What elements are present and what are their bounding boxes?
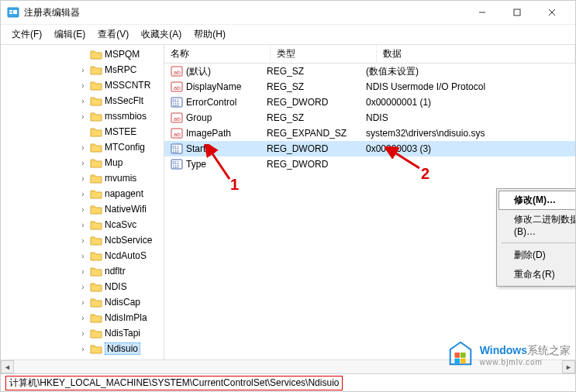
tree-item-label: MSSCNTR <box>105 80 150 91</box>
menu-bar: 文件(F) 编辑(E) 查看(V) 收藏夹(A) 帮助(H) <box>1 25 575 45</box>
tree-item[interactable]: ›ndfltr <box>1 263 164 279</box>
tree-item[interactable]: ›NativeWifi <box>1 201 164 217</box>
tree-item[interactable]: ›MTConfig <box>1 139 164 155</box>
tree-item-label: NdisImPla <box>105 312 147 323</box>
tree-item-label: Mup <box>105 157 122 168</box>
tree-item-label: MsSecFlt <box>105 95 143 106</box>
value-row[interactable]: abDisplayNameREG_SZNDIS Usermode I/O Pro… <box>164 79 575 95</box>
value-row[interactable]: abGroupREG_SZNDIS <box>164 110 575 126</box>
col-data[interactable]: 数据 <box>377 45 575 63</box>
tree-item[interactable]: ›NcaSvc <box>1 217 164 232</box>
window-title: 注册表编辑器 <box>24 6 464 19</box>
scroll-left[interactable]: ◄ <box>1 360 14 373</box>
tree-item-label: NdisTapi <box>105 328 140 339</box>
expand-caret-icon[interactable]: › <box>78 329 88 338</box>
value-name: ErrorControl <box>186 97 267 108</box>
expand-caret-icon[interactable]: › <box>78 190 88 198</box>
expand-caret-icon[interactable]: › <box>78 159 88 167</box>
tree-item-label: NDIS <box>105 281 127 292</box>
folder-icon <box>90 188 102 199</box>
menu-favorites[interactable]: 收藏夹(A) <box>135 26 188 43</box>
svg-text:110: 110 <box>173 102 180 107</box>
ctx-rename[interactable]: 重命名(R) <box>498 265 575 284</box>
value-name: (默认) <box>186 65 267 78</box>
expand-caret-icon[interactable]: › <box>78 174 88 183</box>
folder-icon <box>90 266 102 277</box>
value-name: Group <box>186 112 267 123</box>
tree-item[interactable]: ›NcdAutoS <box>1 248 164 263</box>
value-type: REG_DWORD <box>267 97 366 108</box>
tree-item[interactable]: ›NdisCap <box>1 294 164 310</box>
svg-rect-2 <box>9 12 12 14</box>
close-button[interactable] <box>534 2 569 23</box>
expand-caret-icon[interactable]: › <box>78 298 88 307</box>
svg-text:110: 110 <box>173 149 180 153</box>
value-row[interactable]: 011110TypeREG_DWORD <box>164 156 575 172</box>
svg-text:ab: ab <box>174 115 181 122</box>
ctx-modify-binary[interactable]: 修改二进制数据(B)… <box>498 210 575 240</box>
tree-item[interactable]: ›NdisVirtua <box>1 356 164 359</box>
tree-item[interactable]: ›MSSCNTR <box>1 77 164 93</box>
col-name[interactable]: 名称 <box>164 45 271 63</box>
folder-icon <box>90 126 102 137</box>
tree-item-label: NativeWifi <box>105 204 147 215</box>
tree-item-label: mssmbios <box>105 111 147 122</box>
values-panel[interactable]: 名称 类型 数据 ab(默认)REG_SZ(数值未设置)abDisplayNam… <box>164 45 575 359</box>
svg-text:110: 110 <box>173 164 180 169</box>
tree-item-label: ndfltr <box>105 266 126 277</box>
menu-file[interactable]: 文件(F) <box>5 26 48 43</box>
tree-item[interactable]: ›Ndisuio <box>1 341 164 356</box>
value-data: NDIS <box>366 112 388 123</box>
value-row[interactable]: 011110ErrorControlREG_DWORD0x00000001 (1… <box>164 95 575 110</box>
value-row[interactable]: ab(默认)REG_SZ(数值未设置) <box>164 64 575 79</box>
col-type[interactable]: 类型 <box>271 45 377 63</box>
tree-item[interactable]: ›NcbService <box>1 232 164 248</box>
expand-caret-icon[interactable]: › <box>78 267 88 276</box>
expand-caret-icon[interactable]: › <box>78 236 88 245</box>
tree-item[interactable]: ›NdisTapi <box>1 325 164 341</box>
expand-caret-icon[interactable]: › <box>78 283 88 291</box>
expand-caret-icon[interactable]: › <box>78 252 88 260</box>
folder-icon <box>90 49 102 60</box>
expand-caret-icon[interactable]: › <box>78 221 88 229</box>
tree-item[interactable]: ›napagent <box>1 186 164 201</box>
tree-item[interactable]: ›NdisImPla <box>1 310 164 325</box>
expand-caret-icon[interactable]: › <box>78 81 88 90</box>
tree-item-label: MsRPC <box>105 64 136 75</box>
tree-item-label: mvumis <box>105 173 136 184</box>
svg-text:ab: ab <box>174 69 181 76</box>
tree-item[interactable]: ›mssmbios <box>1 108 164 124</box>
expand-caret-icon[interactable]: › <box>78 345 88 353</box>
expand-caret-icon[interactable]: › <box>78 112 88 121</box>
tree-item[interactable]: ›MsRPC <box>1 62 164 77</box>
tree-item[interactable]: ›Mup <box>1 155 164 170</box>
tree-item[interactable]: ›MsSecFlt <box>1 93 164 108</box>
value-type: REG_SZ <box>267 112 366 123</box>
expand-caret-icon[interactable]: › <box>78 66 88 74</box>
menu-help[interactable]: 帮助(H) <box>188 26 232 43</box>
tree-item-label: NcdAutoS <box>105 250 147 261</box>
expand-caret-icon[interactable]: › <box>78 97 88 105</box>
maximize-button[interactable] <box>499 2 534 23</box>
expand-caret-icon[interactable]: › <box>78 314 88 322</box>
tree-item[interactable]: MSPQM <box>1 46 164 62</box>
value-row[interactable]: abImagePathREG_EXPAND_SZsystem32\drivers… <box>164 126 575 141</box>
folder-icon <box>90 312 102 323</box>
tree-item-label: napagent <box>105 188 143 199</box>
folder-icon <box>90 111 102 122</box>
expand-caret-icon[interactable]: › <box>78 143 88 152</box>
expand-caret-icon[interactable]: › <box>78 205 88 214</box>
tree-item[interactable]: ›mvumis <box>1 170 164 186</box>
value-name: Type <box>186 159 267 170</box>
ctx-modify[interactable]: 修改(M)… <box>498 191 575 210</box>
value-row[interactable]: 011110StartREG_DWORD0x00000003 (3) <box>164 141 575 156</box>
tree-panel[interactable]: MSPQM›MsRPC›MSSCNTR›MsSecFlt›mssmbiosMST… <box>1 45 164 359</box>
minimize-button[interactable] <box>464 2 499 23</box>
watermark-url: www.bjmlv.com <box>480 358 571 366</box>
watermark-logo-icon <box>446 339 475 371</box>
menu-edit[interactable]: 编辑(E) <box>48 26 91 43</box>
tree-item[interactable]: MSTEE <box>1 124 164 139</box>
menu-view[interactable]: 查看(V) <box>91 26 135 43</box>
tree-item[interactable]: ›NDIS <box>1 279 164 294</box>
ctx-delete[interactable]: 删除(D) <box>498 246 575 265</box>
